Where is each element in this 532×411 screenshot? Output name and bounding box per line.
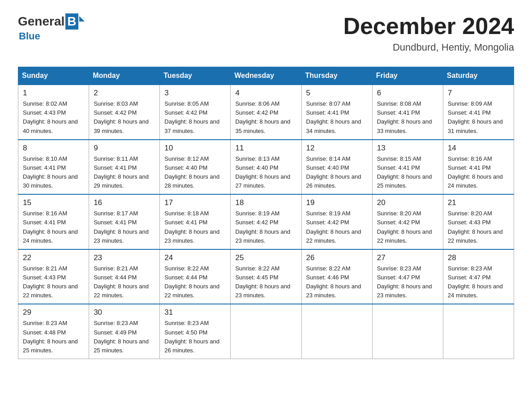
day-info: Sunrise: 8:19 AMSunset: 4:42 PMDaylight:… <box>306 210 361 244</box>
day-info: Sunrise: 8:03 AMSunset: 4:42 PMDaylight:… <box>94 100 149 134</box>
day-info: Sunrise: 8:20 AMSunset: 4:42 PMDaylight:… <box>377 210 432 244</box>
day-number: 28 <box>448 253 509 262</box>
column-header-friday: Friday <box>372 67 443 85</box>
day-info: Sunrise: 8:11 AMSunset: 4:41 PMDaylight:… <box>94 155 149 189</box>
day-info: Sunrise: 8:15 AMSunset: 4:41 PMDaylight:… <box>377 155 432 189</box>
day-number: 2 <box>94 89 155 98</box>
day-info: Sunrise: 8:05 AMSunset: 4:42 PMDaylight:… <box>164 100 219 134</box>
day-number: 16 <box>94 198 155 207</box>
calendar-day-cell: 1 Sunrise: 8:02 AMSunset: 4:43 PMDayligh… <box>18 85 89 140</box>
calendar-day-cell: 27 Sunrise: 8:23 AMSunset: 4:47 PMDaylig… <box>372 249 443 304</box>
column-header-wednesday: Wednesday <box>231 67 301 85</box>
column-header-sunday: Sunday <box>18 67 89 85</box>
day-number: 24 <box>164 253 226 262</box>
day-number: 30 <box>94 308 155 317</box>
day-number: 18 <box>235 198 296 207</box>
calendar-day-cell: 6 Sunrise: 8:08 AMSunset: 4:41 PMDayligh… <box>372 85 443 140</box>
day-number: 14 <box>448 144 509 153</box>
day-info: Sunrise: 8:23 AMSunset: 4:47 PMDaylight:… <box>377 265 432 299</box>
day-number: 6 <box>377 89 438 98</box>
calendar-day-cell: 4 Sunrise: 8:06 AMSunset: 4:42 PMDayligh… <box>231 85 301 140</box>
day-number: 17 <box>164 198 226 207</box>
day-info: Sunrise: 8:19 AMSunset: 4:42 PMDaylight:… <box>235 210 290 244</box>
column-header-thursday: Thursday <box>301 67 372 85</box>
calendar-day-cell: 8 Sunrise: 8:10 AMSunset: 4:41 PMDayligh… <box>18 140 89 195</box>
calendar-day-cell: 13 Sunrise: 8:15 AMSunset: 4:41 PMDaylig… <box>372 140 443 195</box>
day-info: Sunrise: 8:17 AMSunset: 4:41 PMDaylight:… <box>94 210 149 244</box>
page-title: December 2024 <box>343 13 514 39</box>
calendar-day-cell: 28 Sunrise: 8:23 AMSunset: 4:47 PMDaylig… <box>443 249 514 304</box>
calendar-day-cell: 31 Sunrise: 8:23 AMSunset: 4:50 PMDaylig… <box>160 304 231 359</box>
logo-triangle-icon <box>79 16 85 21</box>
day-info: Sunrise: 8:20 AMSunset: 4:43 PMDaylight:… <box>448 210 503 244</box>
calendar-empty-cell <box>301 304 372 359</box>
logo-general-text: General <box>18 14 64 29</box>
day-number: 9 <box>94 144 155 153</box>
day-info: Sunrise: 8:10 AMSunset: 4:41 PMDaylight:… <box>23 155 78 189</box>
day-info: Sunrise: 8:23 AMSunset: 4:48 PMDaylight:… <box>23 320 78 353</box>
day-info: Sunrise: 8:23 AMSunset: 4:49 PMDaylight:… <box>94 320 149 353</box>
day-info: Sunrise: 8:16 AMSunset: 4:41 PMDaylight:… <box>23 210 78 244</box>
day-number: 19 <box>306 198 368 207</box>
calendar-day-cell: 9 Sunrise: 8:11 AMSunset: 4:41 PMDayligh… <box>89 140 160 195</box>
day-number: 22 <box>23 253 84 262</box>
day-number: 8 <box>23 144 84 153</box>
day-number: 5 <box>306 89 368 98</box>
calendar-day-cell: 23 Sunrise: 8:21 AMSunset: 4:44 PMDaylig… <box>89 249 160 304</box>
page-subtitle: Dundburd, Hentiy, Mongolia <box>343 42 514 53</box>
day-info: Sunrise: 8:22 AMSunset: 4:45 PMDaylight:… <box>235 265 290 299</box>
day-info: Sunrise: 8:09 AMSunset: 4:41 PMDaylight:… <box>448 100 503 134</box>
column-header-saturday: Saturday <box>443 67 514 85</box>
day-number: 10 <box>164 144 226 153</box>
calendar-day-cell: 10 Sunrise: 8:12 AMSunset: 4:40 PMDaylig… <box>160 140 231 195</box>
calendar-week-row: 8 Sunrise: 8:10 AMSunset: 4:41 PMDayligh… <box>18 140 514 195</box>
calendar-header-row: SundayMondayTuesdayWednesdayThursdayFrid… <box>18 67 514 85</box>
day-info: Sunrise: 8:07 AMSunset: 4:41 PMDaylight:… <box>306 100 361 134</box>
day-info: Sunrise: 8:21 AMSunset: 4:44 PMDaylight:… <box>94 265 149 299</box>
calendar-day-cell: 11 Sunrise: 8:13 AMSunset: 4:40 PMDaylig… <box>231 140 301 195</box>
day-info: Sunrise: 8:18 AMSunset: 4:41 PMDaylight:… <box>164 210 219 244</box>
logo-blue-text: B <box>65 13 78 30</box>
calendar-empty-cell <box>372 304 443 359</box>
day-info: Sunrise: 8:13 AMSunset: 4:40 PMDaylight:… <box>235 155 290 189</box>
day-number: 4 <box>235 89 296 98</box>
day-info: Sunrise: 8:23 AMSunset: 4:50 PMDaylight:… <box>164 320 219 353</box>
calendar-day-cell: 7 Sunrise: 8:09 AMSunset: 4:41 PMDayligh… <box>443 85 514 140</box>
day-info: Sunrise: 8:08 AMSunset: 4:41 PMDaylight:… <box>377 100 432 134</box>
calendar-day-cell: 15 Sunrise: 8:16 AMSunset: 4:41 PMDaylig… <box>18 194 89 249</box>
calendar-day-cell: 3 Sunrise: 8:05 AMSunset: 4:42 PMDayligh… <box>160 85 231 140</box>
calendar-week-row: 1 Sunrise: 8:02 AMSunset: 4:43 PMDayligh… <box>18 85 514 140</box>
calendar-day-cell: 20 Sunrise: 8:20 AMSunset: 4:42 PMDaylig… <box>372 194 443 249</box>
calendar-week-row: 22 Sunrise: 8:21 AMSunset: 4:43 PMDaylig… <box>18 249 514 304</box>
day-info: Sunrise: 8:06 AMSunset: 4:42 PMDaylight:… <box>235 100 290 134</box>
calendar-day-cell: 26 Sunrise: 8:22 AMSunset: 4:46 PMDaylig… <box>301 249 372 304</box>
calendar-day-cell: 30 Sunrise: 8:23 AMSunset: 4:49 PMDaylig… <box>89 304 160 359</box>
day-number: 20 <box>377 198 438 207</box>
day-info: Sunrise: 8:02 AMSunset: 4:43 PMDaylight:… <box>23 100 78 134</box>
day-number: 27 <box>377 253 438 262</box>
logo-subtitle: Blue <box>19 30 85 42</box>
calendar-day-cell: 5 Sunrise: 8:07 AMSunset: 4:41 PMDayligh… <box>301 85 372 140</box>
calendar-day-cell: 18 Sunrise: 8:19 AMSunset: 4:42 PMDaylig… <box>231 194 301 249</box>
day-number: 11 <box>235 144 296 153</box>
calendar-week-row: 15 Sunrise: 8:16 AMSunset: 4:41 PMDaylig… <box>18 194 514 249</box>
day-number: 21 <box>448 198 509 207</box>
calendar-day-cell: 22 Sunrise: 8:21 AMSunset: 4:43 PMDaylig… <box>18 249 89 304</box>
day-info: Sunrise: 8:22 AMSunset: 4:44 PMDaylight:… <box>164 265 219 299</box>
day-number: 29 <box>23 308 84 317</box>
day-number: 23 <box>94 253 155 262</box>
calendar-day-cell: 29 Sunrise: 8:23 AMSunset: 4:48 PMDaylig… <box>18 304 89 359</box>
day-info: Sunrise: 8:14 AMSunset: 4:40 PMDaylight:… <box>306 155 361 189</box>
calendar-empty-cell <box>443 304 514 359</box>
column-header-monday: Monday <box>89 67 160 85</box>
day-number: 3 <box>164 89 226 98</box>
calendar-day-cell: 14 Sunrise: 8:16 AMSunset: 4:41 PMDaylig… <box>443 140 514 195</box>
calendar-day-cell: 21 Sunrise: 8:20 AMSunset: 4:43 PMDaylig… <box>443 194 514 249</box>
day-info: Sunrise: 8:12 AMSunset: 4:40 PMDaylight:… <box>164 155 219 189</box>
calendar-day-cell: 12 Sunrise: 8:14 AMSunset: 4:40 PMDaylig… <box>301 140 372 195</box>
calendar-week-row: 29 Sunrise: 8:23 AMSunset: 4:48 PMDaylig… <box>18 304 514 359</box>
calendar-table: SundayMondayTuesdayWednesdayThursdayFrid… <box>18 67 514 359</box>
day-info: Sunrise: 8:21 AMSunset: 4:43 PMDaylight:… <box>23 265 78 299</box>
title-section: December 2024 Dundburd, Hentiy, Mongolia <box>343 13 514 53</box>
day-number: 26 <box>306 253 368 262</box>
